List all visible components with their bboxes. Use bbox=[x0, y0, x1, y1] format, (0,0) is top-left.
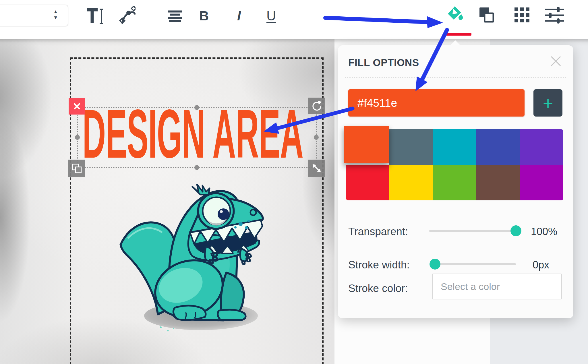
close-x-icon bbox=[72, 101, 82, 111]
panel-title: FILL OPTIONS bbox=[348, 57, 419, 68]
transparent-value: 100% bbox=[531, 226, 557, 238]
design-editor-app: DESIGN AREA bbox=[0, 0, 588, 364]
toolbar-shadow bbox=[0, 39, 588, 46]
swatch-orange-selected[interactable] bbox=[344, 126, 389, 163]
swatch-violet[interactable] bbox=[520, 129, 563, 165]
adjustments-button[interactable] bbox=[545, 7, 564, 25]
fill-bucket-icon bbox=[446, 5, 465, 24]
stroke-width-value: 0px bbox=[533, 259, 549, 271]
selection-handle-right[interactable] bbox=[314, 135, 319, 140]
underline-button[interactable]: U bbox=[266, 8, 276, 24]
swatch-slate[interactable] bbox=[389, 129, 433, 165]
swatch-cyan[interactable] bbox=[433, 129, 476, 165]
dinosaur-artwork[interactable] bbox=[115, 184, 267, 356]
stroke-width-slider-track[interactable] bbox=[435, 263, 516, 265]
dino-eye bbox=[198, 193, 234, 229]
fill-options-panel: FILL OPTIONS #f4511e + Transparent: 100% bbox=[338, 45, 573, 318]
text-tool-icon bbox=[86, 8, 105, 25]
panel-divider bbox=[345, 77, 566, 78]
resize-diagonal-icon bbox=[311, 162, 322, 174]
stepper-arrows-icon[interactable]: ▲▼ bbox=[53, 9, 58, 20]
transparent-slider-knob[interactable] bbox=[510, 225, 521, 236]
transparent-slider-track[interactable] bbox=[429, 230, 516, 232]
swatch-indigo[interactable] bbox=[476, 129, 520, 165]
adjustments-sliders-icon bbox=[545, 7, 564, 24]
rotate-element-button[interactable] bbox=[308, 98, 325, 114]
stroke-width-slider-knob[interactable] bbox=[430, 259, 440, 270]
selection-handle-top[interactable] bbox=[194, 105, 199, 110]
layers-button[interactable] bbox=[478, 6, 496, 25]
rotate-icon bbox=[311, 100, 322, 112]
duplicate-icon bbox=[71, 162, 82, 174]
swatch-brown[interactable] bbox=[476, 165, 520, 200]
top-toolbar: ▲▼ B I U bbox=[0, 0, 588, 39]
layers-icon bbox=[478, 6, 496, 24]
fill-bucket-button[interactable] bbox=[446, 5, 465, 25]
add-color-button[interactable]: + bbox=[533, 89, 562, 117]
bold-button[interactable]: B bbox=[199, 8, 209, 24]
text-tool-button[interactable] bbox=[86, 8, 105, 26]
stroke-width-label: Stroke width: bbox=[348, 259, 410, 271]
selection-handle-bottom[interactable] bbox=[194, 165, 199, 170]
delete-element-button[interactable] bbox=[69, 98, 85, 115]
duplicate-element-button[interactable] bbox=[68, 160, 85, 177]
panel-close-button[interactable] bbox=[549, 55, 562, 68]
pen-tool-icon bbox=[118, 6, 136, 24]
text-align-icon bbox=[168, 10, 182, 22]
toolbar-divider bbox=[149, 4, 149, 32]
plus-icon: + bbox=[543, 93, 553, 113]
resize-element-button[interactable] bbox=[308, 160, 325, 177]
swatch-magenta[interactable] bbox=[520, 165, 563, 200]
fill-hex-input[interactable]: #f4511e bbox=[348, 89, 525, 117]
selection-handle-left[interactable] bbox=[75, 135, 80, 140]
grid-icon bbox=[514, 7, 530, 23]
swatch-green[interactable] bbox=[433, 165, 476, 200]
swatch-yellow[interactable] bbox=[389, 165, 433, 200]
pen-tool-button[interactable] bbox=[118, 6, 136, 25]
text-align-button[interactable] bbox=[168, 10, 182, 23]
italic-button[interactable]: I bbox=[237, 8, 241, 24]
font-size-stepper[interactable]: ▲▼ bbox=[0, 5, 68, 26]
swatch-red[interactable] bbox=[346, 165, 389, 200]
stroke-color-input[interactable]: Select a color bbox=[432, 274, 562, 299]
selection-bounding-box[interactable] bbox=[77, 107, 317, 168]
transparent-label: Transparent: bbox=[348, 226, 408, 238]
active-tool-underline bbox=[444, 33, 471, 36]
stroke-color-label: Stroke color: bbox=[348, 282, 408, 295]
grid-button[interactable] bbox=[514, 7, 530, 24]
close-icon bbox=[549, 55, 562, 68]
color-swatch-palette bbox=[346, 129, 563, 200]
